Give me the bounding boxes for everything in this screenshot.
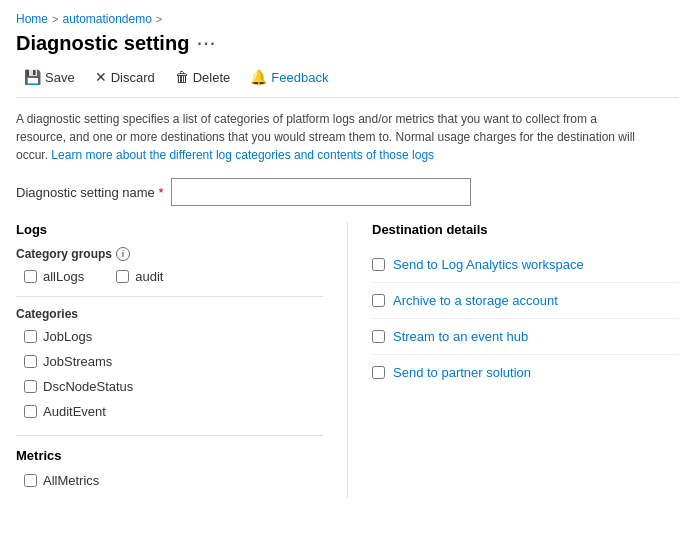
metrics-title: Metrics <box>16 448 323 463</box>
log-analytics-label[interactable]: Send to Log Analytics workspace <box>393 257 584 272</box>
page-title-row: Diagnostic setting ··· <box>16 32 679 55</box>
event-hub-label[interactable]: Stream to an event hub <box>393 329 528 344</box>
save-label: Save <box>45 70 75 85</box>
partner-solution-label[interactable]: Send to partner solution <box>393 365 531 380</box>
category-groups-info-icon[interactable]: i <box>116 247 130 261</box>
dscNodeStatus-label: DscNodeStatus <box>43 379 133 394</box>
log-analytics-item: Send to Log Analytics workspace <box>372 247 679 283</box>
jobStreams-checkbox[interactable] <box>24 355 37 368</box>
destination-title: Destination details <box>372 222 679 237</box>
storage-account-label[interactable]: Archive to a storage account <box>393 293 558 308</box>
allLogs-item: allLogs <box>24 269 84 284</box>
ellipsis-menu[interactable]: ··· <box>197 35 216 53</box>
delete-label: Delete <box>193 70 231 85</box>
dscNodeStatus-checkbox[interactable] <box>24 380 37 393</box>
auditEvent-row: AuditEvent <box>16 404 323 419</box>
discard-label: Discard <box>111 70 155 85</box>
categories-section: Categories JobLogs JobStreams DscNodeSta… <box>16 296 323 419</box>
event-hub-checkbox[interactable] <box>372 330 385 343</box>
breadcrumb: Home > automationdemo > <box>16 12 679 26</box>
allMetrics-checkbox[interactable] <box>24 474 37 487</box>
categories-label: Categories <box>16 307 323 321</box>
logs-title: Logs <box>16 222 323 237</box>
learn-more-link[interactable]: Learn more about the different log categ… <box>51 148 434 162</box>
breadcrumb-sep2: > <box>156 13 162 25</box>
jobStreams-row: JobStreams <box>16 354 323 369</box>
logs-section: Logs Category groups i allLogs audit Cat… <box>16 222 348 498</box>
breadcrumb-home[interactable]: Home <box>16 12 48 26</box>
breadcrumb-sep1: > <box>52 13 58 25</box>
destination-section: Destination details Send to Log Analytic… <box>348 222 679 498</box>
discard-icon: ✕ <box>95 69 107 85</box>
discard-button[interactable]: ✕ Discard <box>87 65 163 89</box>
category-groups-label: Category groups i <box>16 247 323 261</box>
event-hub-item: Stream to an event hub <box>372 319 679 355</box>
jobStreams-label: JobStreams <box>43 354 112 369</box>
description: A diagnostic setting specifies a list of… <box>16 110 636 164</box>
partner-solution-item: Send to partner solution <box>372 355 679 390</box>
allLogs-checkbox[interactable] <box>24 270 37 283</box>
main-content: Logs Category groups i allLogs audit Cat… <box>16 222 679 498</box>
metrics-section: Metrics AllMetrics <box>16 435 323 488</box>
toolbar: 💾 Save ✕ Discard 🗑 Delete 🔔 Feedback <box>16 65 679 98</box>
feedback-button[interactable]: 🔔 Feedback <box>242 65 336 89</box>
setting-name-row: Diagnostic setting name * <box>16 178 679 206</box>
partner-solution-checkbox[interactable] <box>372 366 385 379</box>
feedback-label: Feedback <box>271 70 328 85</box>
auditEvent-label: AuditEvent <box>43 404 106 419</box>
save-icon: 💾 <box>24 69 41 85</box>
breadcrumb-automation[interactable]: automationdemo <box>62 12 151 26</box>
allLogs-label: allLogs <box>43 269 84 284</box>
delete-button[interactable]: 🗑 Delete <box>167 65 239 89</box>
setting-name-input[interactable] <box>171 178 471 206</box>
storage-account-checkbox[interactable] <box>372 294 385 307</box>
allMetrics-label: AllMetrics <box>43 473 99 488</box>
dscNodeStatus-row: DscNodeStatus <box>16 379 323 394</box>
audit-label: audit <box>135 269 163 284</box>
jobLogs-row: JobLogs <box>16 329 323 344</box>
allMetrics-row: AllMetrics <box>16 473 323 488</box>
jobLogs-label: JobLogs <box>43 329 92 344</box>
required-marker: * <box>158 185 163 200</box>
category-groups-row: allLogs audit <box>16 269 323 284</box>
jobLogs-checkbox[interactable] <box>24 330 37 343</box>
delete-icon: 🗑 <box>175 69 189 85</box>
auditEvent-checkbox[interactable] <box>24 405 37 418</box>
audit-item: audit <box>116 269 163 284</box>
log-analytics-checkbox[interactable] <box>372 258 385 271</box>
audit-checkbox[interactable] <box>116 270 129 283</box>
page-title: Diagnostic setting <box>16 32 189 55</box>
storage-account-item: Archive to a storage account <box>372 283 679 319</box>
save-button[interactable]: 💾 Save <box>16 65 83 89</box>
feedback-icon: 🔔 <box>250 69 267 85</box>
setting-name-label: Diagnostic setting name * <box>16 185 163 200</box>
